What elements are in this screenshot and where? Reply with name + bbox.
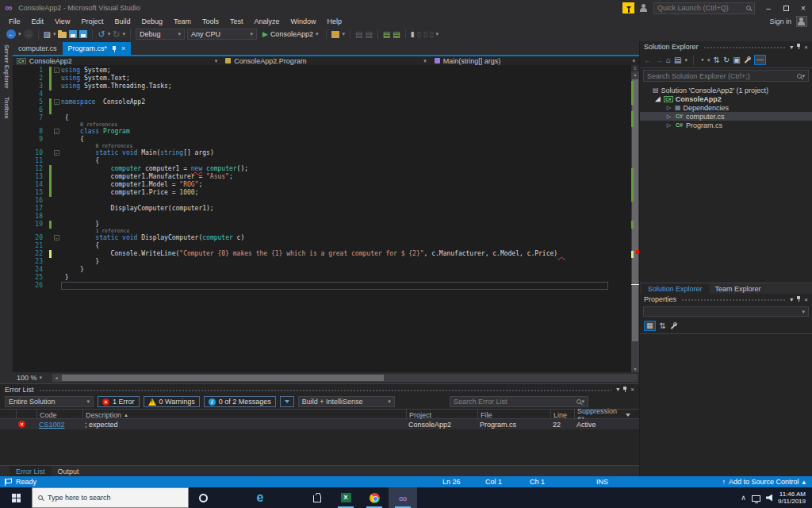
errors-toggle-button[interactable]: 1 Error <box>98 396 140 407</box>
start-debugging-button[interactable]: ▶ ConsoleApp2 ▾ <box>259 30 321 38</box>
volume-muted-icon[interactable]: × <box>766 495 772 502</box>
navigate-forward-button[interactable]: → <box>24 29 33 39</box>
code-text[interactable]: { <box>61 114 69 122</box>
tree-item-consoleapp2[interactable]: ◢C#ConsoleApp2 <box>640 94 812 103</box>
hidden-icons-chevron-icon[interactable]: ∧ <box>741 494 746 502</box>
navbar-project-dropdown[interactable]: C# ConsoleApp2 ▾ <box>13 56 221 65</box>
error-list-search-input[interactable]: Search Error List ▾ <box>450 396 588 407</box>
editor-vertical-scrollbar[interactable]: ≡ ▴ ▾ <box>631 65 639 372</box>
solution-configuration-combo[interactable]: Debug▾ <box>136 29 185 40</box>
tree-item-dependencies[interactable]: ▷▦Dependencies <box>640 103 812 112</box>
code-text[interactable]: } <box>61 274 69 282</box>
navbar-type-dropdown[interactable]: ConsoleApp2.Program ▾ <box>221 56 430 65</box>
attach-to-process-icon[interactable] <box>331 31 339 38</box>
scroll-left-icon[interactable]: ◂ <box>52 374 60 382</box>
feedback-icon[interactable] <box>622 2 634 13</box>
editor-horizontal-scrollbar[interactable]: ◂ <box>52 374 638 382</box>
save-all-button[interactable] <box>79 30 87 38</box>
close-button[interactable]: × <box>795 1 812 15</box>
toolbar-overflow-icon[interactable]: ▾ <box>342 31 345 37</box>
auto-hide-pin-icon[interactable] <box>622 387 627 393</box>
next-bookmark-button[interactable]: ▯ <box>423 30 427 38</box>
comment-out-button[interactable]: ▤ <box>355 30 362 39</box>
decrease-indent-button[interactable]: ▤ <box>383 30 390 39</box>
scope-combo[interactable]: Entire Solution▾ <box>5 396 94 407</box>
collapse-region-icon[interactable]: - <box>54 150 59 156</box>
send-feedback-icon[interactable] <box>639 3 649 13</box>
taskbar-app-edge[interactable]: e <box>246 487 274 508</box>
menu-team[interactable]: Team <box>168 17 197 26</box>
start-button[interactable] <box>0 487 32 508</box>
menu-debug[interactable]: Debug <box>136 17 168 26</box>
pin-tab-icon[interactable] <box>111 45 117 52</box>
tree-item-program-cs[interactable]: ▷C#Program.cs <box>640 121 812 129</box>
error-list-title-bar[interactable]: Error List ▾ × <box>0 384 639 394</box>
navbar-member-dropdown[interactable]: Main(string[] args) ▾ <box>431 56 639 65</box>
side-tab-server-explorer[interactable]: Server Explorer <box>3 44 10 89</box>
alphabetical-sort-icon[interactable]: ⇅ <box>660 321 666 331</box>
scrollbar-thumb[interactable] <box>62 375 384 381</box>
collapse-region-icon[interactable]: - <box>54 67 59 73</box>
code-text[interactable]: static void Main(string[] args) <box>61 149 214 157</box>
code-text[interactable]: DisplayComputer(computer1); <box>61 205 214 213</box>
properties-wrench-icon[interactable] <box>744 56 751 64</box>
window-position-icon[interactable]: ▾ <box>790 296 793 303</box>
quick-launch-input[interactable]: Quick Launch (Ctrl+Q) <box>653 2 755 14</box>
refresh-icon[interactable]: ↻ <box>723 56 730 65</box>
filter-button[interactable] <box>280 396 294 407</box>
sync-with-active-document-icon[interactable]: ⇅ <box>714 56 720 65</box>
code-text[interactable]: { <box>61 157 99 165</box>
pending-changes-filter-icon[interactable]: ◔ <box>699 56 704 65</box>
navigate-back-button[interactable]: ← <box>6 29 16 39</box>
code-text[interactable]: computer1.Manufacturer = "Asus"; <box>61 173 233 181</box>
expand-icon[interactable]: ▷ <box>665 105 672 111</box>
code-text[interactable]: Console.WriteLine("Computer {0} makes th… <box>61 250 565 258</box>
back-icon[interactable]: ← <box>644 56 652 65</box>
account-avatar-icon[interactable] <box>796 16 807 27</box>
zoom-level-combo[interactable]: 100 %▾ <box>14 373 52 383</box>
tree-item-solution-consoleapp2-1-project[interactable]: ▤Solution 'ConsoleApp2' (1 project) <box>640 86 812 94</box>
taskbar-app-cortana[interactable] <box>189 487 217 508</box>
code-text[interactable]: static void DisplayComputer(computer c) <box>61 234 244 242</box>
tab-team-explorer[interactable]: Team Explorer <box>709 283 768 294</box>
menu-build[interactable]: Build <box>109 17 136 26</box>
preview-selected-items-icon[interactable]: ▣ <box>733 56 740 65</box>
codelens-references[interactable]: 1 reference <box>13 229 631 234</box>
code-editor[interactable]: 1-using System;2using System.Text;3using… <box>13 65 639 372</box>
sign-in-link[interactable]: Sign in <box>769 17 791 25</box>
code-text[interactable]: } <box>61 258 99 266</box>
split-editor-handle[interactable]: ≡ <box>631 65 639 71</box>
toolbar-overflow-icon[interactable]: ▾ <box>436 31 439 37</box>
code-text[interactable]: { <box>61 242 99 250</box>
property-pages-wrench-icon[interactable] <box>670 322 677 329</box>
code-text[interactable]: class Program <box>61 128 130 136</box>
funnel-icon[interactable] <box>626 414 630 419</box>
new-project-button[interactable]: ▨ <box>44 30 51 39</box>
code-text[interactable]: { <box>61 136 84 144</box>
warnings-toggle-button[interactable]: 0 Warnings <box>144 396 200 407</box>
categorized-icon[interactable]: ▦ <box>644 321 656 331</box>
new-project-dropdown-icon[interactable]: ▾ <box>53 31 56 37</box>
tree-item-computer-cs[interactable]: ▷C#computer.cs <box>640 112 812 121</box>
taskbar-clock[interactable]: 11:46 AM 9/11/2019 <box>778 491 806 505</box>
solution-explorer-title-bar[interactable]: Solution Explorer ▾ × <box>640 41 812 52</box>
save-button[interactable] <box>69 30 77 38</box>
clear-bookmarks-button[interactable]: ▯ <box>430 30 434 38</box>
window-position-icon[interactable]: ▾ <box>616 386 619 393</box>
code-text[interactable]: } <box>61 266 84 274</box>
collapse-icon[interactable]: ◢ <box>654 95 661 102</box>
menu-help[interactable]: Help <box>322 17 348 26</box>
undo-button[interactable]: ↺ <box>98 30 105 38</box>
codelens-references[interactable]: 0 references <box>13 122 631 128</box>
close-panel-icon[interactable]: × <box>804 296 808 303</box>
messages-toggle-button[interactable]: i 0 of 2 Messages <box>204 396 276 407</box>
auto-hide-pin-icon[interactable] <box>796 44 801 50</box>
forward-icon[interactable]: → <box>655 56 663 65</box>
auto-hide-pin-icon[interactable] <box>796 296 801 302</box>
menu-test[interactable]: Test <box>224 17 249 26</box>
taskbar-app-visual-studio[interactable]: ∞ <box>389 487 417 508</box>
menu-file[interactable]: File <box>3 17 26 26</box>
side-tab-toolbox[interactable]: Toolbox <box>3 97 10 119</box>
code-text[interactable]: computer computer1 = new computer(); <box>61 165 248 173</box>
menu-window[interactable]: Window <box>285 17 322 26</box>
